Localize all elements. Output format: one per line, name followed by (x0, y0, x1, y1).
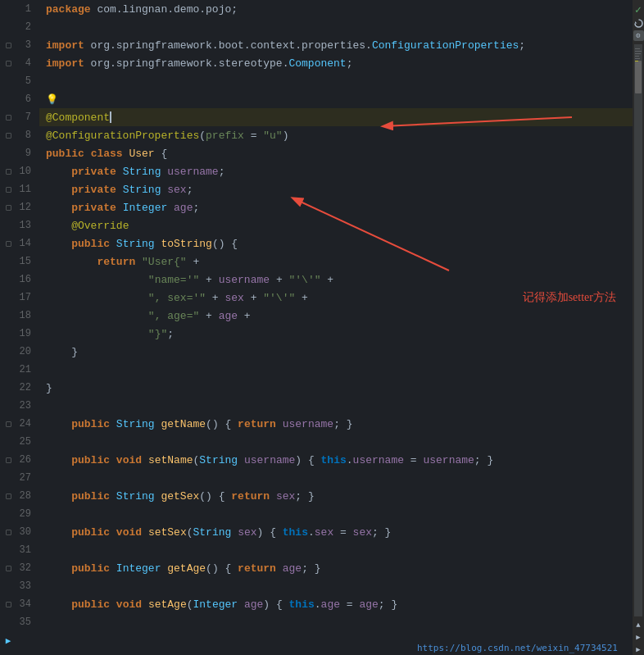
right-scrollbar[interactable]: ✓ ⚙ (633, 0, 644, 655)
line-num-30: 30 (16, 523, 34, 541)
code-line-13: @Override (39, 216, 633, 234)
code-line-4: import org.springframework.stereotype.Co… (39, 54, 633, 72)
gear-icon[interactable]: ⚙ (633, 30, 644, 41)
line-num-34: 34 (16, 595, 34, 613)
line-num-17: 17 (16, 289, 34, 307)
gutter-25 (0, 433, 16, 451)
gutter-17 (0, 289, 16, 307)
scroll-track[interactable] (634, 44, 642, 616)
line-num-14: 14 (16, 234, 34, 252)
code-content[interactable]: package com.lingnan.demo.pojo; import or… (39, 0, 633, 655)
line-num-11: 11 (16, 180, 34, 198)
code-line-7: @Component (39, 108, 633, 126)
code-line-5 (39, 72, 633, 90)
code-line-16: "name='" + username + "'\'" + (39, 271, 633, 289)
refresh-icon[interactable] (633, 18, 644, 29)
gutter-6 (0, 90, 16, 108)
line-num-28: 28 (16, 487, 34, 505)
gutter-18 (0, 307, 16, 325)
gutter-31 (0, 541, 16, 559)
code-line-12: private Integer age; (39, 198, 633, 216)
line-num-8: 8 (16, 126, 34, 144)
line-num-12: 12 (16, 198, 34, 216)
gutter-7 (0, 108, 16, 126)
bulb-icon: 💡 (46, 93, 58, 106)
left-gutter: ▶ (0, 0, 16, 655)
gutter-21 (0, 361, 16, 379)
gutter-35 (0, 613, 16, 631)
line-num-21: 21 (16, 361, 34, 379)
code-line-22: } (39, 379, 633, 397)
code-line-20: } (39, 343, 633, 361)
code-line-23 (39, 397, 633, 415)
code-line-29 (39, 505, 633, 523)
line-num-20: 20 (16, 343, 34, 361)
line-num-3: 3 (16, 36, 34, 54)
code-line-1: package com.lingnan.demo.pojo; (39, 0, 633, 18)
line-num-18: 18 (16, 307, 34, 325)
code-line-27 (39, 469, 633, 487)
keyword-import2: import (46, 57, 84, 70)
scroll-right-button[interactable]: ▶ (633, 632, 644, 643)
line-num-7: 7 (16, 108, 34, 126)
line-num-29: 29 (16, 505, 34, 523)
bottom-url-text: https://blog.csdn.net/weixin_47734521 (417, 643, 618, 653)
keyword-package: package (46, 3, 91, 16)
code-line-14: public String toString() { (39, 234, 633, 252)
code-line-33 (39, 577, 633, 595)
line-num-31: 31 (16, 541, 34, 559)
line-num-35: 35 (16, 613, 34, 631)
gutter-12 (0, 198, 16, 216)
line-num-19: 19 (16, 325, 34, 343)
line-num-26: 26 (16, 451, 34, 469)
gutter-34 (0, 595, 16, 613)
line-num-5: 5 (16, 72, 34, 90)
scroll-up-button[interactable]: ▲ (633, 620, 644, 630)
line-num-25: 25 (16, 433, 34, 451)
code-line-32: public Integer getAge() { return age; } (39, 559, 633, 577)
code-line-24: public String getName() { return usernam… (39, 415, 633, 433)
line-num-2: 2 (16, 18, 34, 36)
line-num-16: 16 (16, 271, 34, 289)
check-icon: ✓ (635, 3, 642, 16)
gutter-5 (0, 72, 16, 90)
code-line-9: public class User { (39, 144, 633, 162)
gutter-23 (0, 397, 16, 415)
code-line-25 (39, 433, 633, 451)
editor-wrapper: ▶ 1 2 3 4 5 6 7 8 9 10 11 12 13 14 15 16… (0, 0, 644, 655)
line-num-6: 6 (16, 90, 34, 108)
svg-marker-2 (635, 21, 637, 24)
code-line-18: ", age=" + age + (39, 307, 633, 325)
line-num-27: 27 (16, 469, 34, 487)
code-line-15: return "User{" + (39, 252, 633, 271)
code-line-35 (39, 613, 633, 631)
code-line-31 (39, 541, 633, 559)
nav-arrow-icon[interactable]: ▶ (0, 631, 16, 649)
gutter-22 (0, 379, 16, 397)
code-line-30: public void setSex(String sex) { this.se… (39, 523, 633, 541)
scroll-right2-button[interactable]: ▶ (633, 644, 644, 655)
line-numbers: 1 2 3 4 5 6 7 8 9 10 11 12 13 14 15 16 1… (16, 0, 39, 655)
red-note-label: 记得添加setter方法 (523, 290, 616, 305)
gutter-16 (0, 271, 16, 289)
gutter-13 (0, 216, 16, 234)
gutter-29 (0, 505, 16, 523)
line-num-13: 13 (16, 216, 34, 234)
line-num-32: 32 (16, 559, 34, 577)
line-num-33: 33 (16, 577, 34, 595)
line-num-15: 15 (16, 252, 34, 271)
line-num-4: 4 (16, 54, 34, 72)
code-line-11: private String sex; (39, 180, 633, 198)
gutter-1 (0, 0, 16, 18)
gutter-8 (0, 126, 16, 144)
gutter-28 (0, 487, 16, 505)
text-cursor (110, 111, 111, 123)
gutter-19 (0, 325, 16, 343)
annotation-config-props: @ConfigurationProperties (46, 130, 199, 142)
code-line-28: public String getSex() { return sex; } (39, 487, 633, 505)
gutter-26 (0, 451, 16, 469)
gutter-11 (0, 180, 16, 198)
gutter-4 (0, 54, 16, 72)
gutter-15 (0, 252, 16, 271)
code-line-10: private String username; (39, 162, 633, 180)
